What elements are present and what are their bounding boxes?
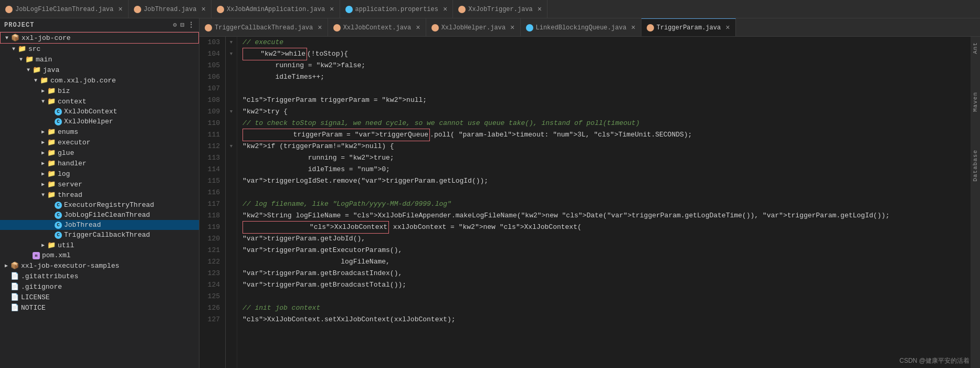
sidebar-item-enums[interactable]: ▶📁enums	[0, 127, 199, 137]
expand-arrow	[2, 274, 10, 279]
gutter-line-108	[226, 94, 237, 106]
item-label: java	[43, 66, 199, 74]
sidebar-item-jobthread[interactable]: CJobThread	[0, 220, 199, 230]
sidebar-item-notice[interactable]: 📄NOTICE	[0, 302, 199, 313]
item-label: LICENSE	[21, 293, 199, 301]
code-line-120: "var">triggerParam.getJobId(),	[243, 233, 971, 245]
tab-icon	[526, 24, 533, 31]
line-number-106: 106	[199, 71, 220, 83]
sidebar-item-thread[interactable]: ▼📁thread	[0, 190, 199, 200]
project-header: PROJECT ⚙ ⊟ ⋮	[0, 18, 199, 32]
tab-XxlJobContext-java[interactable]: XxlJobContext.java×	[328, 18, 426, 37]
tab-close-icon[interactable]: ×	[443, 5, 447, 14]
sidebar-item-executorregistrythread[interactable]: CExecutorRegistryThread	[0, 200, 199, 210]
tab-icon	[217, 6, 224, 13]
tab-JobLogFileCleanThread-java[interactable]: JobLogFileCleanThread.java×	[0, 0, 129, 18]
sidebar-item-biz[interactable]: ▶📁biz	[0, 86, 199, 96]
item-label: XxlJobHelper	[64, 118, 199, 125]
collapse-icon[interactable]: ⊟	[181, 21, 185, 29]
class-icon: C	[55, 202, 62, 209]
tab-XxJobTrigger-java[interactable]: XxJobTrigger.java×	[453, 0, 547, 18]
item-label: executor	[58, 139, 199, 146]
tab-TriggerParam-java[interactable]: TriggerParam.java×	[641, 18, 736, 37]
sidebar-item-license[interactable]: 📄LICENSE	[0, 292, 199, 302]
line-number-109: 109	[199, 106, 220, 118]
sidebar-item-xxl-job-core[interactable]: ▼📦xxl-job-core	[0, 32, 199, 44]
tab-XxlJobHelper-java[interactable]: XxlJobHelper.java×	[426, 18, 521, 37]
tab-close-icon[interactable]: ×	[330, 5, 334, 14]
gutter-line-105	[226, 60, 237, 71]
sidebar-item-src[interactable]: ▼📁src	[0, 44, 199, 54]
sidebar-item-pom-xml[interactable]: mpom.xml	[0, 250, 199, 260]
expand-arrow	[2, 284, 10, 290]
tab-XxJobAdminApplication-java[interactable]: XxJobAdminApplication.java×	[212, 0, 340, 18]
expand-arrow	[46, 232, 55, 238]
sidebar-item-xxl-job-executor-samples[interactable]: ▶📦xxl-job-executor-samples	[0, 260, 199, 271]
folder-arrow: ▶	[39, 139, 47, 145]
item-label: TriggerCallbackThread	[64, 231, 199, 239]
item-label: ExecutorRegistryThread	[64, 201, 199, 209]
sidebar-item-xxljobcontext[interactable]: CXxlJobContext	[0, 107, 199, 117]
code-line-123: "var">triggerParam.getBroadcastIndex(),	[243, 268, 971, 279]
class-icon: C	[55, 232, 62, 239]
fold-arrow: ▼	[230, 51, 233, 57]
tab-LinkedBlockingQueue-java[interactable]: LinkedBlockingQueue.java×	[521, 18, 641, 37]
sidebar-item-handler[interactable]: ▶📁handler	[0, 158, 199, 169]
red-outline-box: "cls">XxlJobContext	[243, 221, 389, 234]
folder-arrow: ▼	[24, 67, 33, 73]
gutter-line-122	[226, 256, 237, 268]
folder-icon: 📁	[33, 66, 41, 74]
tab-label: XxJobAdminApplication.java	[227, 6, 325, 13]
sidebar-item-triggercallbackthread[interactable]: CTriggerCallbackThread	[0, 230, 199, 240]
code-line-126: // init job context	[243, 302, 971, 314]
tab-close-icon[interactable]: ×	[725, 24, 730, 32]
sidebar-item-log[interactable]: ▶📁log	[0, 169, 199, 179]
expand-arrow	[2, 295, 10, 300]
line-number-104: 104	[199, 48, 220, 60]
tab-close-icon[interactable]: ×	[631, 24, 635, 32]
sidebar-item-context[interactable]: ▼📁context	[0, 96, 199, 107]
sidebar-item-xxljobhelper[interactable]: CXxlJobHelper	[0, 117, 199, 127]
code-content[interactable]: // execute "kw2">while(!toStop){ running…	[237, 37, 971, 368]
sidebar-item-server[interactable]: ▶📁server	[0, 179, 199, 190]
sidebar-item-com-xxl-job-core[interactable]: ▼📁com.xxl.job.core	[0, 75, 199, 86]
tab-application-properties[interactable]: application.properties×	[340, 0, 454, 18]
tab-close-icon[interactable]: ×	[201, 5, 205, 14]
project-header-icons: ⚙ ⊟ ⋮	[173, 21, 195, 29]
tab-close-icon[interactable]: ×	[416, 24, 420, 32]
top-tab-bar: JobLogFileCleanThread.java×JobThread.jav…	[0, 0, 980, 18]
sidebar-item-util[interactable]: ▶📁util	[0, 240, 199, 250]
tab-close-icon[interactable]: ×	[510, 24, 514, 32]
tab-TriggerCallbackThread-java[interactable]: TriggerCallbackThread.java×	[199, 18, 328, 37]
expand-arrow	[24, 253, 33, 258]
line-number-117: 117	[199, 198, 220, 210]
sidebar-item-joblogfilecleanthread[interactable]: CJobLogFileCleanThread	[0, 210, 199, 220]
ant-label: Ant	[972, 42, 978, 54]
gutter-line-124	[226, 279, 237, 291]
sidebar-item-glue[interactable]: ▶📁glue	[0, 148, 199, 158]
item-label: glue	[58, 149, 199, 157]
fold-arrow: ▼	[230, 144, 233, 149]
tab-JobThread-java[interactable]: JobThread.java×	[129, 0, 212, 18]
fold-arrow: ▼	[230, 40, 233, 45]
folder-arrow: ▶	[39, 129, 47, 135]
code-area: 1031041051061071081091101111121131141151…	[199, 37, 980, 368]
item-label: xxl-job-executor-samples	[21, 262, 199, 270]
sidebar-item-java[interactable]: ▼📁java	[0, 65, 199, 75]
tab-close-icon[interactable]: ×	[318, 24, 322, 32]
tab-close-icon[interactable]: ×	[538, 5, 542, 14]
line-number-113: 113	[199, 152, 220, 164]
class-icon: C	[55, 222, 62, 229]
folder-arrow: ▶	[39, 181, 47, 187]
line-number-115: 115	[199, 175, 220, 187]
line-numbers: 1031041051061071081091101111121131141151…	[199, 37, 226, 368]
main-layout: PROJECT ⚙ ⊟ ⋮ ▼📦xxl-job-core▼📁src▼📁main▼…	[0, 18, 980, 368]
folder-icon: 📁	[25, 55, 34, 64]
tab-close-icon[interactable]: ×	[118, 5, 122, 14]
more-icon[interactable]: ⋮	[188, 21, 195, 29]
sidebar-item-executor[interactable]: ▶📁executor	[0, 137, 199, 148]
settings-icon[interactable]: ⚙	[173, 21, 177, 29]
sidebar-item-main[interactable]: ▼📁main	[0, 54, 199, 65]
sidebar-item--gitattributes[interactable]: 📄.gitattributes	[0, 271, 199, 281]
sidebar-item--gitignore[interactable]: 📄.gitignore	[0, 281, 199, 292]
